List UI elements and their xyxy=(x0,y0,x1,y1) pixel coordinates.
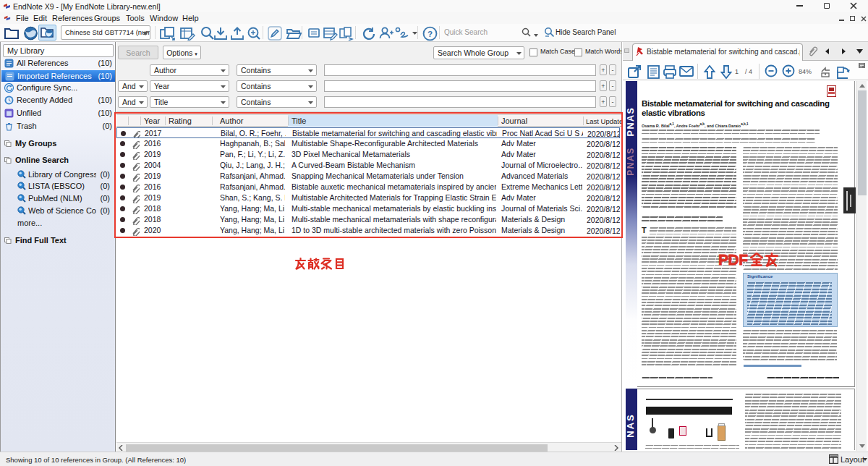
svg-text:?: ? xyxy=(427,30,433,38)
